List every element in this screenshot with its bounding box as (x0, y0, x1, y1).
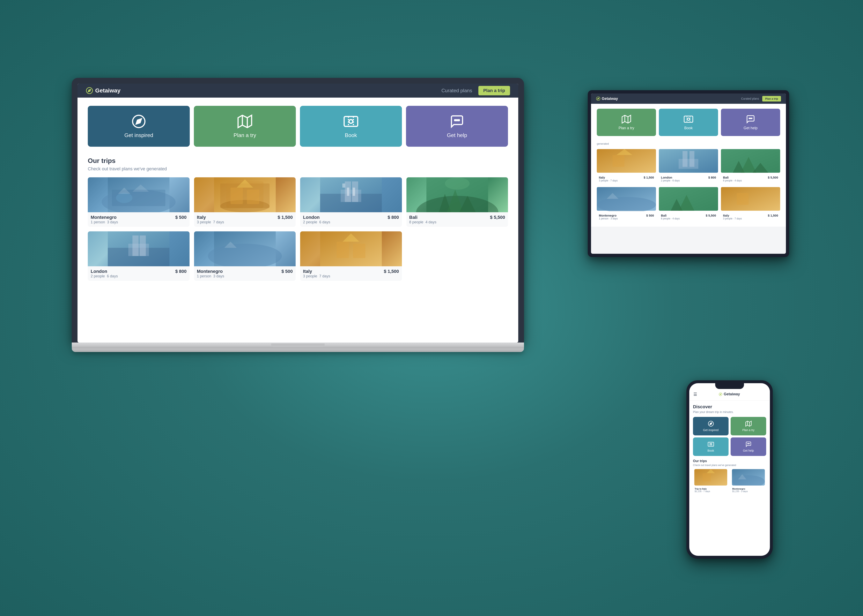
tablet-trip-details-5: 8 people · 4 days (661, 217, 680, 220)
phone-trip-2[interactable]: Montenegro $1,235 · 3 days (731, 469, 766, 494)
tablet-trip-5[interactable]: Bali 8 people · 4 days $ 5,500 (659, 187, 718, 222)
trip-img-svg-7 (300, 231, 402, 266)
trip-card-4[interactable]: Bali 8 people 4 days $ 5,500 (406, 177, 508, 227)
tablet-trip-4[interactable]: Montenegro 1 person · 3 days $ 500 (597, 187, 656, 222)
tablet-nav-right: Curated plans Plan a trip (741, 96, 781, 102)
tablet-trip-6[interactable]: Italy 3 people · 7 days $ 1,500 (721, 187, 780, 222)
tablet-trip-details-6: 3 people · 7 days (723, 217, 742, 220)
trip-card-7[interactable]: Italy 3 people 7 days $ 1,500 (300, 231, 402, 281)
phone-trip-1[interactable]: Trip to Italy $1,235 · 7 days (693, 469, 729, 494)
phone-trips-subtitle: Check out travel plans we've generated (693, 464, 766, 467)
plan-trip-button[interactable]: Plan a trip (479, 86, 510, 95)
tablet-trip-img-1 (597, 149, 656, 173)
curated-plans-link[interactable]: Curated plans (441, 88, 472, 93)
hamburger-icon[interactable]: ☰ (693, 392, 697, 397)
svg-rect-83 (737, 193, 749, 205)
tablet-action-plan[interactable]: Plan a try (597, 109, 656, 136)
trip-price-1: $ 500 (175, 215, 186, 220)
phone-trip-info-2: Montenegro $1,235 · 3 days (731, 486, 766, 494)
svg-marker-4 (238, 115, 252, 127)
trip-price-4: $ 5,500 (490, 215, 505, 220)
svg-marker-1 (88, 90, 91, 92)
trip-card-6[interactable]: Montenegro 1 person 3 days $ 500 (194, 231, 296, 281)
tablet-trip-price-3: $ 5,500 (768, 176, 778, 182)
tablet-logo: Getaiway (596, 96, 618, 101)
svg-point-23 (220, 200, 269, 212)
tablet-plan-trip-button[interactable]: Plan a trip (762, 96, 781, 102)
phone-trip-img-2 (731, 469, 766, 486)
our-trips-title: Our trips (88, 157, 508, 165)
trip-name-4: Bali (409, 215, 436, 220)
phone-action-plan[interactable]: Plan a try (731, 417, 766, 435)
tablet-action-book[interactable]: Book (659, 109, 718, 136)
phone-inspired-label: Get inspired (703, 428, 718, 432)
svg-rect-58 (684, 116, 693, 123)
tablet-logo-icon (596, 96, 600, 101)
trip-img-svg-1 (88, 177, 189, 212)
tablet-map-icon (622, 115, 631, 124)
tablet-screen: Getaiway Curated plans Plan a trip (591, 93, 786, 254)
laptop-screen-outer: Getaiway Curated plans Plan a trip (72, 78, 524, 343)
action-card-help-label: Get help (447, 132, 467, 138)
svg-point-63 (750, 118, 751, 119)
our-trips-subtitle: Check out travel plans we've generated (88, 166, 508, 171)
tablet-trip-img-5 (659, 187, 718, 211)
phone-discover-title: Discover (693, 404, 766, 410)
laptop-content: Get inspired Plan a try (77, 97, 518, 343)
trip-name-3: London (303, 215, 330, 220)
svg-point-10 (349, 119, 353, 123)
phone-action-grid: Get inspired Plan a try (693, 417, 766, 456)
tablet-trip-name-3: Bali (723, 176, 742, 179)
trip-details-7: 3 people 7 days (303, 274, 330, 278)
phone-logo: Getaiway (719, 392, 740, 396)
svg-point-92 (710, 443, 712, 445)
phone-action-book[interactable]: Book (693, 437, 729, 456)
svg-point-59 (687, 118, 690, 120)
svg-marker-3 (136, 119, 141, 124)
trip-name-5: London (91, 269, 118, 274)
action-card-plan[interactable]: Plan a try (194, 106, 296, 147)
tablet-curated-link[interactable]: Curated plans (741, 97, 759, 100)
tablet-trip-name-6: Italy (723, 214, 742, 217)
phone-action-help[interactable]: Get help (731, 437, 766, 456)
trip-price-5: $ 800 (175, 269, 186, 274)
tablet-chat-icon (746, 115, 755, 124)
trip-info-5: London 2 people 6 days $ 800 (88, 266, 189, 281)
svg-rect-24 (230, 188, 243, 204)
tablet-trip-1[interactable]: Italy 3 people · 7 days $ 1,500 (597, 149, 656, 184)
trip-img-svg-6 (194, 231, 296, 266)
trip-card-5[interactable]: London 2 people 6 days $ 800 (88, 231, 189, 281)
trip-card-3[interactable]: London 2 people 6 days $ 800 (300, 177, 402, 227)
tablet-trip-img-3 (721, 149, 780, 173)
svg-marker-85 (720, 393, 721, 395)
action-card-book[interactable]: Book (300, 106, 402, 147)
action-cards: Get inspired Plan a try (88, 106, 508, 147)
phone-action-inspired[interactable]: Get inspired (693, 417, 729, 435)
trip-card-2[interactable]: Italy 3 people 7 days $ 1,500 (194, 177, 296, 227)
trip-info-6: Montenegro 1 person 3 days $ 500 (194, 266, 296, 281)
compass-icon (86, 87, 93, 94)
tablet-trips-grid: Italy 3 people · 7 days $ 1,500 (597, 149, 780, 222)
tablet-outer: Getaiway Curated plans Plan a trip (588, 90, 789, 257)
trip-img-1 (88, 177, 189, 212)
laptop-device: Getaiway Curated plans Plan a trip (72, 78, 524, 352)
trip-details-2: 3 people 7 days (197, 220, 224, 225)
trip-info-4: Bali 8 people 4 days $ 5,500 (406, 212, 508, 227)
action-card-help[interactable]: Get help (406, 106, 508, 147)
phone-map-icon (745, 421, 751, 427)
laptop-navbar: Getaiway Curated plans Plan a trip (77, 83, 518, 97)
trip-details-4: 8 people 4 days (409, 220, 436, 225)
trip-info-2: Italy 3 people 7 days $ 1,500 (194, 212, 296, 227)
svg-point-64 (751, 118, 752, 119)
action-card-plan-label: Plan a try (233, 132, 256, 138)
chat-action-icon (450, 114, 465, 129)
action-card-inspired[interactable]: Get inspired (88, 106, 190, 147)
tablet-trip-2[interactable]: London 2 people · 6 days $ 800 (659, 149, 718, 184)
svg-point-97 (749, 443, 750, 444)
trip-card-1[interactable]: Montenegro 1 person 3 days $ 500 (88, 177, 189, 227)
tablet-trip-price-5: $ 5,500 (706, 214, 716, 220)
laptop-logo: Getaiway (86, 87, 120, 94)
tablet-action-help[interactable]: Get help (721, 109, 780, 136)
tablet-trip-3[interactable]: Bali 8 people · 4 days $ 5,500 (721, 149, 780, 184)
trip-details-3: 2 people 6 days (303, 220, 330, 225)
